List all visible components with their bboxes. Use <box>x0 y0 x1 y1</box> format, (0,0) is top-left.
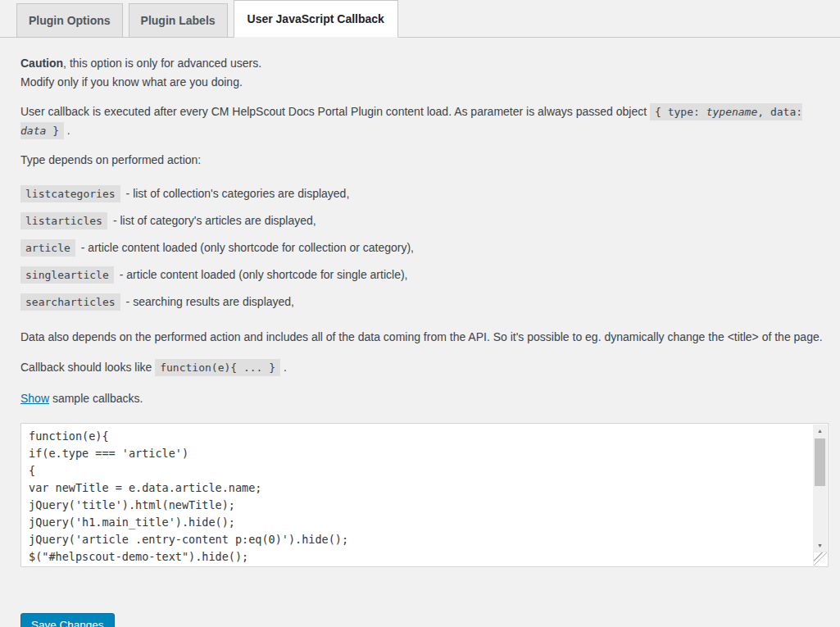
show-sample-callbacks-link[interactable]: Show <box>20 392 49 405</box>
action-code-singlearticle: singlearticle <box>20 266 114 284</box>
callback-after: . <box>280 361 287 374</box>
action-desc: - article content loaded (only shortcode… <box>81 241 414 254</box>
scroll-down-icon[interactable]: ▼ <box>813 539 827 552</box>
action-code-searcharticles: searcharticles <box>20 293 120 311</box>
show-paragraph: Show sample callbacks. <box>20 389 829 408</box>
action-desc: - list of collection's categories are di… <box>126 187 350 200</box>
show-rest: sample callbacks. <box>49 392 143 405</box>
intro-after: . <box>64 124 70 137</box>
intro-paragraph: User callback is executed after every CM… <box>20 102 829 140</box>
action-code-listarticles: listarticles <box>20 212 107 229</box>
intro-code-part: { type: <box>655 106 706 118</box>
tab-user-javascript-callback[interactable]: User JavaScript Callback <box>234 0 398 38</box>
intro-text: User callback is executed after every CM… <box>20 105 650 118</box>
action-code-listcategories: listcategories <box>20 185 120 202</box>
callback-code-textarea[interactable]: function(e){ if(e.type === 'article') { … <box>20 423 829 567</box>
action-desc: - list of category's articles are displa… <box>113 214 316 227</box>
action-row: listcategories- list of collection's cat… <box>20 184 829 203</box>
action-row: singlearticle- article content loaded (o… <box>20 266 829 284</box>
scrollbar-thumb[interactable] <box>815 438 825 486</box>
action-code-article: article <box>20 239 75 257</box>
submit-row: Save Changes <box>0 613 840 627</box>
scroll-up-icon[interactable]: ▲ <box>813 425 827 437</box>
action-row: searcharticles- searching results are di… <box>20 293 829 311</box>
action-desc: - article content loaded (only shortcode… <box>120 268 408 281</box>
caution-word: Caution <box>20 57 63 70</box>
type-heading: Type depends on performed action: <box>20 151 829 170</box>
intro-code-part: } <box>46 125 59 137</box>
callback-code-content[interactable]: function(e){ if(e.type === 'article') { … <box>21 424 812 566</box>
action-row: article- article content loaded (only sh… <box>20 239 829 257</box>
tab-plugin-labels[interactable]: Plugin Labels <box>129 3 228 38</box>
caution-rest: , this option is only for advanced users… <box>63 57 261 70</box>
tab-panel-user-javascript-callback: Caution, this option is only for advance… <box>0 38 840 567</box>
resize-grip-icon[interactable] <box>813 552 827 566</box>
intro-code-typename: typename <box>706 106 758 118</box>
intro-code-data: data <box>20 125 46 137</box>
action-desc: - searching results are displayed, <box>126 295 294 308</box>
intro-code-part: , data: <box>757 106 802 118</box>
caution-line2: Modify only if you know what are you doi… <box>20 75 243 89</box>
callback-text: Callback should looks like <box>20 361 155 374</box>
data-paragraph: Data also depends on the performed actio… <box>20 328 829 347</box>
tab-plugin-options[interactable]: Plugin Options <box>16 3 123 38</box>
editor-scrollbar[interactable]: ▲ ▼ <box>813 425 827 552</box>
save-changes-button[interactable]: Save Changes <box>20 613 115 627</box>
tab-bar: Plugin Options Plugin Labels User JavaSc… <box>0 0 840 38</box>
callback-code-chip: function(e){ ... } <box>155 359 280 376</box>
caution-text: Caution, this option is only for advance… <box>20 54 829 92</box>
callback-paragraph: Callback should looks like function(e){ … <box>20 358 829 377</box>
action-row: listarticles- list of category's article… <box>20 211 829 230</box>
